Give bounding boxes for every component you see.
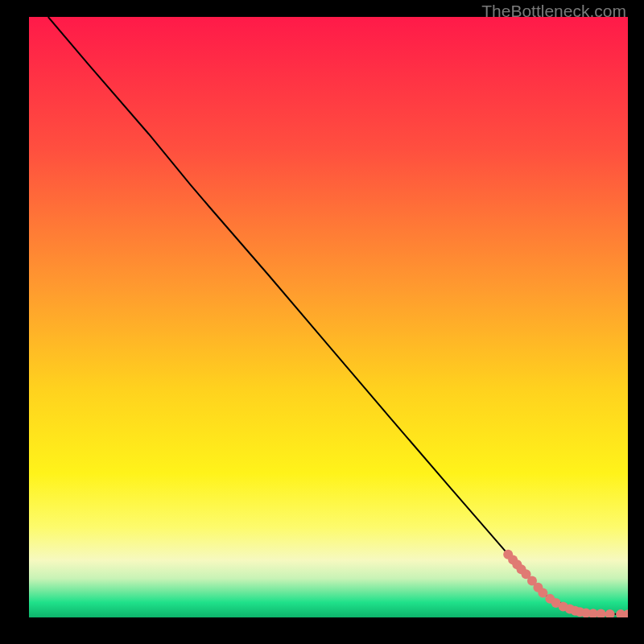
bottleneck-chart <box>29 17 628 617</box>
chart-frame <box>29 17 628 617</box>
gradient-background <box>29 17 628 617</box>
